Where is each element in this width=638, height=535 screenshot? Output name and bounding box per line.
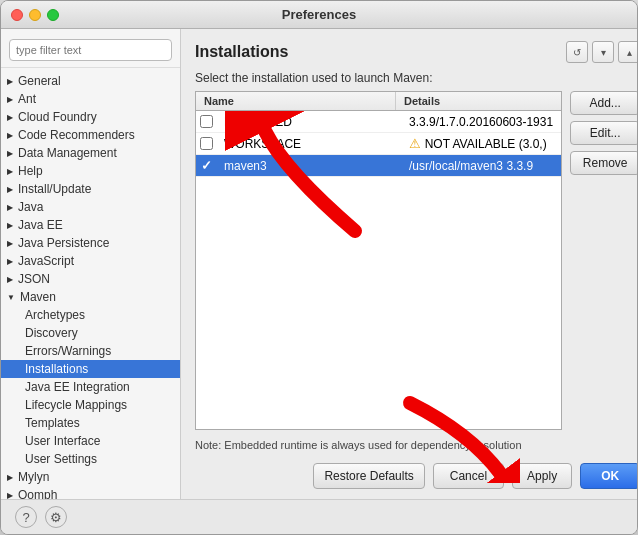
right-panel: Installations ↺ ▾ ▴ Select the installat…: [181, 29, 637, 499]
settings-button[interactable]: ⚙: [45, 506, 67, 528]
sidebar-item-lifecycle-mappings[interactable]: Lifecycle Mappings: [1, 396, 180, 414]
checkbox-cell: ✓: [196, 158, 216, 173]
sidebar-item-mylyn[interactable]: ▶Mylyn: [1, 468, 180, 486]
sidebar-item-label: Java EE Integration: [25, 380, 130, 394]
chevron-icon: ▶: [7, 77, 13, 86]
chevron-icon: ▶: [7, 203, 13, 212]
sidebar-item-archetypes[interactable]: Archetypes: [1, 306, 180, 324]
table-header: Name Details: [196, 92, 561, 111]
minimize-button[interactable]: [29, 9, 41, 21]
name-cell: maven3: [216, 157, 401, 175]
sidebar-item-label: Discovery: [25, 326, 78, 340]
sidebar-item-label: General: [18, 74, 61, 88]
sidebar-item-label: Installations: [25, 362, 88, 376]
sidebar-item-json[interactable]: ▶JSON: [1, 270, 180, 288]
sidebar-item-label: Java EE: [18, 218, 63, 232]
sidebar-item-help[interactable]: ▶Help: [1, 162, 180, 180]
maximize-button[interactable]: [47, 9, 59, 21]
sidebar-item-label: Templates: [25, 416, 80, 430]
sidebar-item-label: Cloud Foundry: [18, 110, 97, 124]
table-container: Name Details EMBEDDED3.3.9/1.7.0.2016060…: [195, 91, 562, 430]
col-name-header: Name: [196, 92, 396, 110]
sidebar-item-templates[interactable]: Templates: [1, 414, 180, 432]
chevron-icon: ▶: [7, 473, 13, 482]
sidebar-item-label: Lifecycle Mappings: [25, 398, 127, 412]
help-button[interactable]: ?: [15, 506, 37, 528]
sidebar-item-data-management[interactable]: ▶Data Management: [1, 144, 180, 162]
chevron-up-icon-btn[interactable]: ▴: [618, 41, 637, 63]
chevron-icon: ▶: [7, 95, 13, 104]
row-checkbox[interactable]: [200, 115, 213, 128]
sidebar-item-maven[interactable]: ▼Maven: [1, 288, 180, 306]
details-cell: ⚠ NOT AVAILABLE (3.0,): [401, 134, 561, 153]
traffic-lights: [11, 9, 59, 21]
sidebar-item-oomph[interactable]: ▶Oomph: [1, 486, 180, 499]
sidebar-item-discovery[interactable]: Discovery: [1, 324, 180, 342]
table-row[interactable]: EMBEDDED3.3.9/1.7.0.20160603-1931: [196, 111, 561, 133]
sidebar-item-label: JSON: [18, 272, 50, 286]
sidebar-item-ant[interactable]: ▶Ant: [1, 90, 180, 108]
sidebar-item-label: Ant: [18, 92, 36, 106]
checkmark-icon: ✓: [201, 158, 212, 173]
sidebar-item-errors-warnings[interactable]: Errors/Warnings: [1, 342, 180, 360]
window-title: Preferences: [282, 7, 356, 22]
sidebar-item-javascript[interactable]: ▶JavaScript: [1, 252, 180, 270]
col-details-header: Details: [396, 92, 448, 110]
sidebar-item-label: Java Persistence: [18, 236, 109, 250]
sidebar-item-general[interactable]: ▶General: [1, 72, 180, 90]
panel-subtitle: Select the installation used to launch M…: [195, 71, 637, 85]
details-cell: /usr/local/maven3 3.3.9: [401, 157, 561, 175]
sidebar-item-label: Archetypes: [25, 308, 85, 322]
chevron-icon: ▶: [7, 275, 13, 284]
preferences-window: Preferences ▶General▶Ant▶Cloud Foundry▶C…: [0, 0, 638, 535]
sidebar-item-java-ee-integration[interactable]: Java EE Integration: [1, 378, 180, 396]
table-rows-container: EMBEDDED3.3.9/1.7.0.20160603-1931WORKSPA…: [196, 111, 561, 177]
sidebar-item-java-ee[interactable]: ▶Java EE: [1, 216, 180, 234]
main-content: ▶General▶Ant▶Cloud Foundry▶Code Recommen…: [1, 29, 637, 499]
sidebar-item-install-update[interactable]: ▶Install/Update: [1, 180, 180, 198]
checkbox-cell: [196, 137, 216, 150]
note-text: Note: Embedded runtime is always used fo…: [195, 438, 637, 453]
chevron-down-icon-btn[interactable]: ▾: [592, 41, 614, 63]
sidebar-item-user-settings[interactable]: User Settings: [1, 450, 180, 468]
sidebar-item-label: Code Recommenders: [18, 128, 135, 142]
sidebar-item-label: User Interface: [25, 434, 100, 448]
sidebar-item-java[interactable]: ▶Java: [1, 198, 180, 216]
installations-table: Name Details EMBEDDED3.3.9/1.7.0.2016060…: [195, 91, 562, 430]
details-cell: 3.3.9/1.7.0.20160603-1931: [401, 113, 561, 131]
restore-defaults-button[interactable]: Restore Defaults: [313, 463, 424, 489]
name-cell: EMBEDDED: [216, 113, 401, 131]
chevron-icon: ▶: [7, 185, 13, 194]
table-row[interactable]: WORKSPACE⚠ NOT AVAILABLE (3.0,): [196, 133, 561, 155]
sidebar-item-code-recommenders[interactable]: ▶Code Recommenders: [1, 126, 180, 144]
sidebar-item-label: JavaScript: [18, 254, 74, 268]
chevron-icon: ▶: [7, 239, 13, 248]
chevron-icon: ▶: [7, 257, 13, 266]
cancel-button[interactable]: Cancel: [433, 463, 504, 489]
search-input[interactable]: [9, 39, 172, 61]
chevron-icon: ▶: [7, 491, 13, 500]
sidebar-items-container: ▶General▶Ant▶Cloud Foundry▶Code Recommen…: [1, 72, 180, 499]
edit-button[interactable]: Edit...: [570, 121, 637, 145]
sidebar-item-label: Mylyn: [18, 470, 49, 484]
chevron-icon: ▶: [7, 221, 13, 230]
chevron-icon: ▶: [7, 167, 13, 176]
sidebar-item-java-persistence[interactable]: ▶Java Persistence: [1, 234, 180, 252]
ok-button[interactable]: OK: [580, 463, 637, 489]
panel-title: Installations: [195, 43, 288, 61]
row-checkbox[interactable]: [200, 137, 213, 150]
table-row[interactable]: ✓maven3/usr/local/maven3 3.3.9: [196, 155, 561, 177]
sync-icon-btn[interactable]: ↺: [566, 41, 588, 63]
add-button[interactable]: Add...: [570, 91, 637, 115]
sidebar-item-label: Maven: [20, 290, 56, 304]
sidebar-item-label: Java: [18, 200, 43, 214]
apply-button[interactable]: Apply: [512, 463, 572, 489]
sidebar-item-user-interface[interactable]: User Interface: [1, 432, 180, 450]
close-button[interactable]: [11, 9, 23, 21]
sidebar-item-label: Errors/Warnings: [25, 344, 111, 358]
sidebar-item-cloud-foundry[interactable]: ▶Cloud Foundry: [1, 108, 180, 126]
remove-button[interactable]: Remove: [570, 151, 637, 175]
sidebar: ▶General▶Ant▶Cloud Foundry▶Code Recommen…: [1, 29, 181, 499]
settings-icon: ⚙: [50, 510, 62, 525]
sidebar-item-installations[interactable]: Installations: [1, 360, 180, 378]
